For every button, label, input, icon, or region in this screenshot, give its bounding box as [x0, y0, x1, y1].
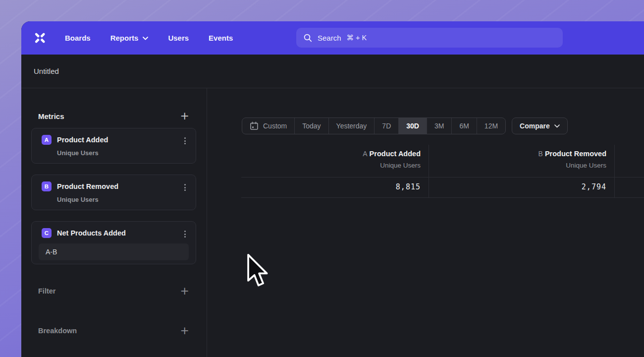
results-panel: Custom Today Yesterday 7D 30D 3M 6M 12M …	[207, 88, 644, 357]
column-divider	[614, 145, 615, 198]
nav-item-reports[interactable]: Reports	[110, 34, 149, 42]
metric-value-b: 2,794	[443, 182, 606, 191]
add-breakdown-button[interactable]: +	[180, 326, 189, 335]
search-icon	[304, 34, 312, 42]
metric-value-a: 8,815	[257, 182, 421, 191]
column-title: Product Added	[370, 150, 421, 158]
breakdown-section-header: Breakdown +	[31, 326, 196, 336]
query-builder-sidebar: Metrics + A Product Added Unique Users B…	[21, 88, 207, 357]
add-metric-button[interactable]: +	[180, 112, 189, 120]
nav-items: Boards Reports Users Events	[65, 34, 233, 42]
range-custom[interactable]: Custom	[242, 118, 295, 134]
date-range-toolbar: Custom Today Yesterday 7D 30D 3M 6M 12M …	[242, 118, 568, 134]
report-title-bar: Untitled	[21, 55, 644, 88]
search-placeholder: Search	[318, 34, 341, 42]
range-today[interactable]: Today	[295, 118, 328, 134]
metrics-label: Metrics	[38, 112, 64, 120]
range-yesterday[interactable]: Yesterday	[329, 118, 375, 134]
kebab-menu-icon[interactable]	[181, 137, 189, 145]
metric-card-c[interactable]: C Net Products Added A-B	[31, 221, 196, 264]
date-range-segmented-control: Custom Today Yesterday 7D 30D 3M 6M 12M	[242, 118, 506, 134]
metrics-section-header: Metrics +	[31, 111, 196, 121]
filter-label: Filter	[38, 287, 55, 295]
metric-subtitle[interactable]: Unique Users	[57, 149, 189, 157]
report-title[interactable]: Untitled	[34, 67, 59, 75]
column-header-a: AProduct Added Unique Users	[257, 149, 421, 169]
nav-item-events[interactable]: Events	[209, 34, 233, 42]
nav-item-boards[interactable]: Boards	[65, 34, 91, 42]
nav-item-users[interactable]: Users	[168, 34, 189, 42]
metric-subtitle[interactable]: Unique Users	[57, 196, 189, 203]
column-badge: B	[538, 150, 543, 158]
metric-title[interactable]: Product Added	[57, 136, 108, 144]
column-divider	[429, 145, 429, 198]
nav-item-label: Users	[168, 34, 189, 42]
metric-card-a[interactable]: A Product Added Unique Users	[31, 128, 196, 164]
metric-title[interactable]: Product Removed	[57, 182, 118, 190]
header-divider	[241, 177, 644, 178]
nav-item-label: Reports	[110, 34, 139, 42]
metric-badge: A	[42, 135, 52, 145]
mixpanel-logo-icon[interactable]	[33, 31, 47, 45]
top-navbar: Boards Reports Users Events Search ⌘ + K	[21, 21, 644, 55]
range-30d-active[interactable]: 30D	[399, 118, 427, 134]
column-subtitle: Unique Users	[443, 162, 606, 169]
chevron-down-icon	[143, 37, 148, 40]
search-input[interactable]: Search ⌘ + K	[296, 28, 563, 48]
compare-label: Compare	[520, 122, 550, 130]
metric-title[interactable]: Net Products Added	[57, 229, 126, 237]
metric-badge: B	[42, 181, 52, 191]
formula-input[interactable]: A-B	[39, 243, 189, 260]
metric-badge: C	[42, 228, 52, 238]
nav-item-label: Boards	[65, 34, 91, 42]
column-subtitle: Unique Users	[257, 162, 421, 169]
range-label: Custom	[263, 122, 287, 130]
app-window: Boards Reports Users Events Search ⌘ + K	[21, 21, 644, 357]
calendar-icon	[250, 121, 259, 130]
compare-button[interactable]: Compare	[512, 118, 568, 134]
filter-section-header: Filter +	[31, 286, 196, 296]
column-header-b: BProduct Removed Unique Users	[443, 149, 606, 169]
kebab-menu-icon[interactable]	[181, 230, 189, 238]
row-divider	[241, 197, 644, 198]
column-title: Product Removed	[545, 150, 606, 158]
content-area: Metrics + A Product Added Unique Users B…	[21, 88, 644, 357]
column-badge: A	[363, 150, 367, 158]
kebab-menu-icon[interactable]	[181, 183, 189, 191]
nav-item-label: Events	[209, 34, 233, 42]
metric-card-b[interactable]: B Product Removed Unique Users	[31, 175, 196, 210]
add-filter-button[interactable]: +	[180, 287, 189, 296]
range-7d[interactable]: 7D	[375, 118, 399, 134]
range-6m[interactable]: 6M	[452, 118, 477, 134]
range-3m[interactable]: 3M	[427, 118, 452, 134]
breakdown-label: Breakdown	[38, 327, 77, 335]
search-shortcut: ⌘ + K	[347, 34, 367, 42]
range-12m[interactable]: 12M	[477, 118, 505, 134]
desktop-background: Boards Reports Users Events Search ⌘ + K	[0, 0, 644, 357]
chevron-down-icon	[554, 124, 560, 128]
results-table: AProduct Added Unique Users BProduct Rem…	[241, 145, 644, 198]
